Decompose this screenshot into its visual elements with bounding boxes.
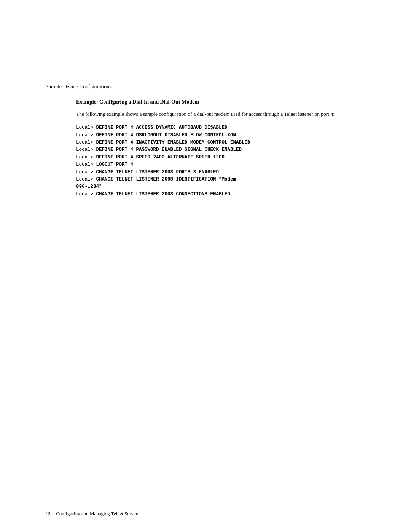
code-prompt-8: Local>: [76, 177, 96, 182]
code-command-4: DEFINE PORT 4 PASSWORD ENABLED SIGNAL CH…: [96, 147, 242, 152]
code-prompt-6: Local>: [76, 162, 96, 167]
code-command-6: LOGOUT PORT 4: [96, 162, 134, 167]
code-line-7: Local> CHANGE TELNET LISTENER 2008 PORTS…: [76, 169, 365, 176]
code-command-7: CHANGE TELNET LISTENER 2008 PORTS 3 ENAB…: [96, 169, 219, 175]
code-line-6: Local> LOGOUT PORT 4: [76, 161, 365, 168]
code-command-10: CHANGE TELNET LISTENER 2008 CONNECTIONS …: [96, 192, 231, 197]
code-block: Local> DEFINE PORT 4 ACCESS DYNAMIC AUTO…: [76, 124, 365, 198]
code-command-3: DEFINE PORT 4 INACTIVITY ENABLED MODEM C…: [96, 140, 250, 145]
intro-paragraph: The following example shows a sample con…: [76, 110, 350, 118]
code-command-8: CHANGE TELNET LISTENER 2008 IDENTIFICATI…: [96, 177, 236, 182]
code-prompt-2: Local>: [76, 133, 96, 138]
code-prompt-3: Local>: [76, 140, 96, 145]
code-line-5: Local> DEFINE PORT 4 SPEED 2400 ALTERNAT…: [76, 154, 365, 161]
code-line-3: Local> DEFINE PORT 4 INACTIVITY ENABLED …: [76, 139, 365, 146]
footer: 13-4 Configuring and Managing Telnet Ser…: [46, 511, 365, 517]
code-prompt-5: Local>: [76, 155, 96, 160]
footer-page-info: 13-4 Configuring and Managing Telnet Ser…: [46, 511, 139, 517]
code-prompt-7: Local>: [76, 169, 96, 175]
page: Sample Device Configurations Example: Co…: [0, 0, 411, 532]
code-prompt-4: Local>: [76, 147, 96, 152]
code-line-2: Local> DEFINE PORT 4 DSRLOGOUT DISABLED …: [76, 132, 365, 139]
code-command-2: DEFINE PORT 4 DSRLOGOUT DISABLED FLOW CO…: [96, 133, 236, 138]
code-line-9: 890-1234": [76, 183, 365, 190]
code-line-8: Local> CHANGE TELNET LISTENER 2008 IDENT…: [76, 176, 365, 183]
code-command-5: DEFINE PORT 4 SPEED 2400 ALTERNATE SPEED…: [96, 155, 225, 160]
code-line-4: Local> DEFINE PORT 4 PASSWORD ENABLED SI…: [76, 146, 365, 153]
code-command-1: DEFINE PORT 4 ACCESS DYNAMIC AUTOBAUD DI…: [96, 125, 228, 130]
content-area: Sample Device Configurations Example: Co…: [46, 0, 365, 198]
example-title: Example: Configuring a Dial-In and Dial-…: [76, 99, 365, 105]
code-prompt-10: Local>: [76, 192, 96, 197]
code-line-1: Local> DEFINE PORT 4 ACCESS DYNAMIC AUTO…: [76, 124, 365, 131]
section-header: Sample Device Configurations: [46, 84, 365, 90]
code-prompt-1: Local>: [76, 125, 96, 130]
code-command-9: 890-1234": [76, 184, 102, 189]
code-line-10: Local> CHANGE TELNET LISTENER 2008 CONNE…: [76, 191, 365, 198]
